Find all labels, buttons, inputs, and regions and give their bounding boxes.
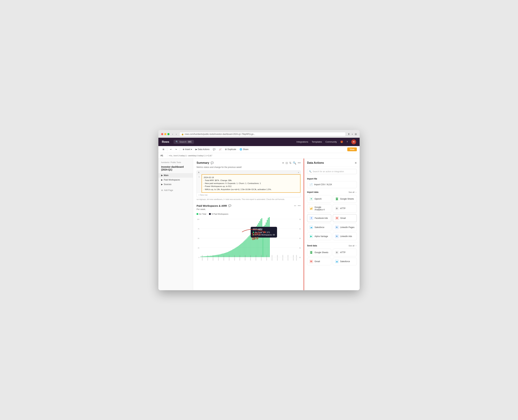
templates-link[interactable]: Templates (312, 141, 322, 143)
user-avatar[interactable]: H (351, 140, 356, 144)
sidebar-item-main[interactable]: ▶ Main (158, 173, 193, 178)
cell-value: 2024-02-18 - Total ARR: $87k. Change: $9… (204, 176, 298, 191)
alpha-vantage-icon: ▶ (309, 234, 313, 238)
expand-icon-2: ▶ (161, 179, 163, 181)
svg-text:$50,000: $50,000 (299, 237, 301, 239)
integration-gmail-import[interactable]: M Gmail (333, 214, 357, 222)
svg-rect-65 (254, 229, 255, 257)
sidebar-item-sources[interactable]: ▶ Sources (158, 182, 193, 187)
add-tab-icon[interactable]: + (352, 133, 353, 135)
svg-rect-75 (263, 226, 264, 257)
header-nav: Integrations Templates Community 🎁 ? H (296, 140, 356, 144)
close-panel-button[interactable]: ✕ (355, 161, 357, 165)
send-google-sheets[interactable]: Google Sheets (307, 249, 331, 256)
integration-google-analytics[interactable]: Google Analytics 4 (307, 204, 331, 213)
more-chart-icon[interactable]: ••• (298, 204, 301, 207)
svg-text:25: 25 (198, 247, 199, 249)
sidebar-label-paid: Paid Workspaces (164, 179, 180, 181)
tabs-icon[interactable]: ⊞ (355, 133, 357, 135)
comment-chart-icon[interactable]: 💬 (228, 204, 231, 207)
integrations-link[interactable]: Integrations (296, 141, 308, 143)
svg-rect-63 (252, 232, 253, 257)
svg-rect-24 (210, 256, 211, 257)
integration-salesforce-import[interactable]: ☁ Salesforce (307, 224, 331, 231)
new-row-button[interactable]: + New row (197, 193, 301, 197)
minimize-traffic-light[interactable] (164, 133, 166, 135)
insert-button[interactable]: ⊕ Insert ▾ (181, 147, 193, 151)
toolbar-sep-1 (167, 148, 167, 151)
integration-openai[interactable]: ✦ OpenAI (307, 195, 331, 203)
browser-chrome: ‹ › 🔒 rows.com/humberto/public-tools/inv… (158, 130, 360, 138)
svg-text:2023-W30: 2023-W30 (287, 255, 289, 261)
back-button[interactable]: ‹ (171, 132, 174, 136)
integration-google-sheets-import[interactable]: Google Sheets (333, 195, 357, 203)
sort-icon[interactable]: ⇅ (289, 161, 291, 165)
col-header-add[interactable]: + (298, 171, 299, 173)
help-icon[interactable]: ? (347, 141, 348, 143)
comment-button[interactable]: 💬 (211, 147, 217, 151)
filter-icon[interactable]: ⊟ (286, 161, 288, 165)
svg-text:0: 0 (198, 256, 199, 258)
sidebar-toggle-button[interactable]: ⊞ (161, 147, 166, 151)
share-button[interactable]: 🌐 Share (238, 147, 250, 151)
import-csv-button[interactable]: 📄 Import CSV / XLSX (307, 181, 357, 188)
panel-header: Data Actions ✕ (304, 158, 360, 167)
integration-http-import[interactable]: ⊕ HTTP (333, 204, 357, 213)
send-http[interactable]: ⊕ HTTP (333, 249, 357, 256)
sidebar-label-sources: Sources (164, 183, 171, 186)
svg-text:2022-W37: 2022-W37 (239, 255, 240, 261)
integration-facebook-ads[interactable]: f Facebook Ads (307, 214, 331, 222)
svg-rect-76 (265, 225, 265, 257)
edit-chart-icon[interactable]: ✏ (294, 204, 296, 207)
table-row: 1 2024-02-18 - Total ARR: $87k. Change: … (197, 174, 301, 193)
svg-rect-62 (251, 233, 251, 257)
cell-a1[interactable]: 2024-02-18 - Total ARR: $87k. Change: $9… (201, 174, 301, 193)
svg-rect-109 (311, 252, 312, 252)
svg-text:2022-W12: 2022-W12 (212, 255, 214, 261)
divider (304, 242, 360, 242)
redo-button[interactable]: ↪ (174, 147, 178, 151)
undo-button[interactable]: ↩ (169, 147, 173, 151)
svg-point-74 (262, 227, 263, 228)
comment-summary-icon[interactable]: 💬 (211, 161, 214, 164)
close-traffic-light[interactable] (161, 133, 163, 135)
more-icon[interactable]: ••• (298, 161, 301, 165)
sidebar-item-paid-workspaces[interactable]: ▶ Paid Workspaces (158, 178, 193, 182)
svg-rect-68 (257, 225, 258, 257)
integration-linkedin-ads[interactable]: in LinkedIn Ads (333, 232, 357, 240)
send-gmail-icon: M (309, 260, 313, 263)
share-icon[interactable]: ⬆ (348, 133, 350, 135)
chart-button[interactable]: 📈 (217, 147, 223, 151)
svg-rect-25 (211, 256, 212, 257)
send-salesforce[interactable]: ☁ Salesforce (333, 258, 357, 265)
community-link[interactable]: Community (325, 141, 337, 143)
global-search[interactable]: 🔍 Search ⌘K (173, 140, 194, 144)
see-all-send[interactable]: See all → (348, 245, 357, 247)
add-page-button[interactable]: ⊕ Add Page (158, 188, 193, 193)
summary-description: Metrics status and change for the previo… (193, 166, 304, 171)
browser-actions: ⬆ + ⊞ (348, 133, 357, 135)
settings-icon[interactable]: ✦ (282, 161, 284, 165)
address-bar[interactable]: 🔒 rows.com/humberto/public-tools/investo… (179, 132, 346, 136)
duplicate-button[interactable]: ⊞ Duplicate (224, 147, 238, 151)
fullscreen-traffic-light[interactable] (167, 133, 170, 135)
panel-search-input[interactable]: 🔍 Search for an action or integration (307, 169, 357, 174)
gift-icon[interactable]: 🎁 (340, 141, 343, 143)
see-all-import[interactable]: See all → (348, 191, 357, 193)
integration-alpha-vantage[interactable]: ▶ Alpha Vantage (307, 232, 331, 240)
search-section-icon[interactable]: 🔍 (293, 161, 296, 165)
app-header: Rows 🔍 Search ⌘K Integrations Templates … (158, 138, 360, 146)
integration-linkedin-pages[interactable]: in LinkedIn Pages (333, 224, 357, 231)
view-button[interactable]: View (347, 147, 357, 151)
svg-rect-39 (226, 252, 227, 257)
svg-rect-70 (259, 221, 260, 257)
data-actions-button[interactable]: ▶ Data Actions (194, 147, 211, 151)
forward-button[interactable]: › (175, 132, 178, 136)
send-gmail[interactable]: M Gmail (307, 258, 331, 265)
svg-rect-53 (241, 243, 242, 257)
svg-rect-20 (206, 256, 206, 257)
svg-text:$25,000: $25,000 (299, 247, 301, 249)
row-number: 1 (197, 174, 201, 193)
svg-rect-33 (220, 254, 220, 257)
google-sheets-label: Google Sheets (340, 198, 354, 200)
